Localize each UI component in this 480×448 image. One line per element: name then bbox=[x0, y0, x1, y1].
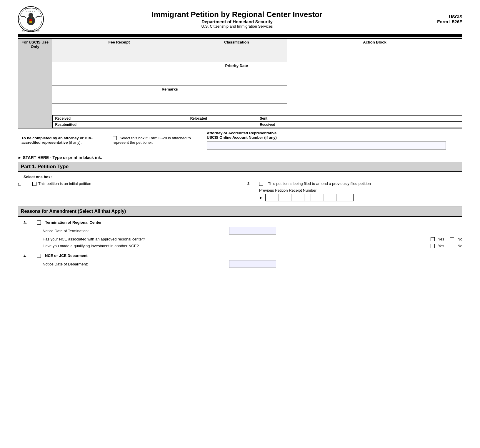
cell-12 bbox=[337, 194, 343, 201]
item4-label-text: NCE or JCE Debarment bbox=[45, 253, 87, 258]
g28-text: Select this box if Form G-28 is attached… bbox=[113, 136, 191, 145]
item3-q2-yes: Yes bbox=[431, 244, 444, 248]
sent-label: Sent bbox=[257, 116, 462, 122]
item4-checkbox[interactable] bbox=[37, 254, 41, 258]
item1-num: 1. bbox=[18, 181, 32, 186]
item3-q1-no-checkbox[interactable] bbox=[450, 237, 454, 241]
item3-q2-row: Have you made a qualifying investment in… bbox=[37, 244, 462, 248]
relocated-label: Relocated bbox=[188, 116, 257, 122]
item3-q1-yesno: Yes No bbox=[415, 237, 462, 241]
received2-label: Received bbox=[257, 122, 462, 128]
cell-11 bbox=[330, 194, 337, 201]
item3-q1-yes-checkbox[interactable] bbox=[431, 237, 435, 241]
item2-checkbox[interactable] bbox=[259, 182, 263, 186]
cell-3 bbox=[279, 194, 285, 201]
item3-label-text: Termination of Regional Center bbox=[45, 220, 102, 225]
cell-9 bbox=[317, 194, 324, 201]
cell-13 bbox=[343, 194, 350, 201]
attorney-ifany2: (if any) bbox=[264, 135, 277, 140]
petition-type-row: 1. This petition is an initial petition … bbox=[18, 181, 462, 201]
item3-q2-yes-checkbox[interactable] bbox=[431, 244, 435, 248]
fee-receipt-header: Fee Receipt bbox=[52, 39, 186, 62]
cell-1 bbox=[266, 194, 272, 201]
cell-7 bbox=[304, 194, 311, 201]
attorney-table: To be completed by an attorney or BIA-ac… bbox=[18, 128, 462, 152]
prev-petition-block: Previous Petition Receipt Number ► bbox=[259, 188, 462, 201]
item3-q2-text: Have you made a qualifying investment in… bbox=[43, 244, 412, 248]
item2-text: This petition is being filed to amend a … bbox=[268, 181, 371, 186]
attorney-middle-cell: Select this box if Form G-28 is attached… bbox=[109, 128, 203, 152]
item3-q1-no: No bbox=[450, 237, 462, 241]
attorney-ifany-text: (if any). bbox=[69, 140, 81, 145]
prev-arrow: ► bbox=[259, 195, 263, 200]
cell-2 bbox=[272, 194, 279, 201]
priority-date: Priority Date bbox=[186, 62, 287, 86]
item2-option: 2. This petition is being filed to amend… bbox=[247, 181, 462, 201]
item3-q1-text: Has your NCE associated with an approved… bbox=[43, 237, 412, 241]
header-title-block: Immigrant Petition by Regional Center In… bbox=[44, 10, 430, 29]
uscis-use-only-table: For USCIS Use Only Fee Receipt Classific… bbox=[18, 39, 462, 128]
item3-q2-no-label: No bbox=[457, 244, 462, 248]
svg-text:★ ★ ★ ★ ★: ★ ★ ★ ★ ★ bbox=[26, 10, 36, 12]
receipt-number-input[interactable] bbox=[265, 194, 354, 201]
prev-petition-label: Previous Petition Receipt Number bbox=[259, 188, 462, 193]
fee-receipt-content bbox=[52, 62, 186, 86]
prev-petition-input-row: ► bbox=[259, 194, 462, 201]
form-info: USCIS Form I-526E bbox=[430, 14, 462, 24]
svg-rect-5 bbox=[29, 19, 32, 21]
dhs-logo: ★ ★ ★ ★ ★ U.S. DEPARTMENT OF HOMELAND SE… bbox=[18, 6, 44, 32]
cell-5 bbox=[291, 194, 298, 201]
dept-name: Department of Homeland Security bbox=[44, 19, 430, 24]
black-bar-top bbox=[18, 34, 462, 37]
item3-q2-no: No bbox=[450, 244, 462, 248]
svg-text:HOMELAND SECURITY: HOMELAND SECURITY bbox=[23, 7, 39, 9]
item4-label-row: NCE or JCE Debarment bbox=[37, 253, 462, 258]
item1-option: This petition is an initial petition bbox=[32, 181, 247, 186]
attorney-account-label: USCIS Online Account Number bbox=[207, 135, 264, 140]
item2-num: 2. bbox=[247, 181, 256, 186]
item1-checkbox[interactable] bbox=[32, 182, 36, 186]
item4-num: 4. bbox=[24, 253, 37, 258]
start-here-text: ► START HERE - Type or print in black in… bbox=[18, 155, 462, 160]
item3-num: 3. bbox=[24, 220, 37, 225]
account-number-input[interactable] bbox=[207, 141, 446, 150]
item3-q1-row: Has your NCE associated with an approved… bbox=[37, 237, 462, 241]
item3-notice-input[interactable] bbox=[229, 227, 276, 235]
form-number: Form I-526E bbox=[430, 19, 462, 24]
attorney-left-cell: To be completed by an attorney or BIA-ac… bbox=[18, 128, 109, 152]
item1-text: This petition is an initial petition bbox=[38, 181, 91, 186]
item3-label-row: Termination of Regional Center bbox=[37, 220, 462, 225]
received-label: Received bbox=[53, 116, 188, 122]
agency-name: U.S. Citizenship and Immigration Service… bbox=[44, 24, 430, 29]
item4-notice-input[interactable] bbox=[229, 260, 276, 268]
item3-q2-no-checkbox[interactable] bbox=[450, 244, 454, 248]
item3-content: Termination of Regional Center Notice Da… bbox=[37, 220, 462, 250]
amendment-header: Reasons for Amendment (Select All that A… bbox=[18, 206, 462, 217]
relocated-empty bbox=[188, 122, 257, 128]
item3-q1-no-label: No bbox=[457, 237, 462, 241]
cell-6 bbox=[298, 194, 304, 201]
main-title: Immigrant Petition by Regional Center In… bbox=[44, 10, 430, 19]
svg-text:U.S. DEPARTMENT OF: U.S. DEPARTMENT OF bbox=[22, 30, 40, 32]
page-header: ★ ★ ★ ★ ★ U.S. DEPARTMENT OF HOMELAND SE… bbox=[18, 6, 462, 32]
resubmitted-label: Resubmitted bbox=[53, 122, 188, 128]
item3-checkbox[interactable] bbox=[37, 220, 41, 225]
cell-4 bbox=[285, 194, 291, 201]
item4-notice-label: Notice Date of Debarment: bbox=[43, 262, 226, 266]
attorney-bold-text: To be completed by an attorney or BIA-ac… bbox=[21, 136, 93, 145]
item4-notice-row: Notice Date of Debarment: bbox=[37, 260, 462, 268]
action-block-header: Action Block bbox=[287, 39, 462, 115]
item3-row: 3. Termination of Regional Center Notice… bbox=[18, 220, 462, 250]
item4-row: 4. NCE or JCE Debarment Notice Date of D… bbox=[18, 253, 462, 270]
cell-10 bbox=[324, 194, 330, 201]
attorney-right-cell: Attorney or Accredited Representative US… bbox=[203, 128, 462, 152]
remarks: Remarks bbox=[52, 86, 287, 103]
attorney-right-label: Attorney or Accredited Representative bbox=[207, 131, 276, 135]
item3-q1-yes: Yes bbox=[431, 237, 444, 241]
g28-checkbox[interactable] bbox=[113, 136, 117, 140]
item3-q2-yes-label: Yes bbox=[438, 244, 444, 248]
received-row: Received Relocated Sent Resubmitted Rece… bbox=[52, 115, 462, 128]
item3-q2-yesno: Yes No bbox=[415, 244, 462, 248]
item3-notice-row: Notice Date of Termination: bbox=[37, 227, 462, 235]
item3-q1-yes-label: Yes bbox=[438, 237, 444, 241]
